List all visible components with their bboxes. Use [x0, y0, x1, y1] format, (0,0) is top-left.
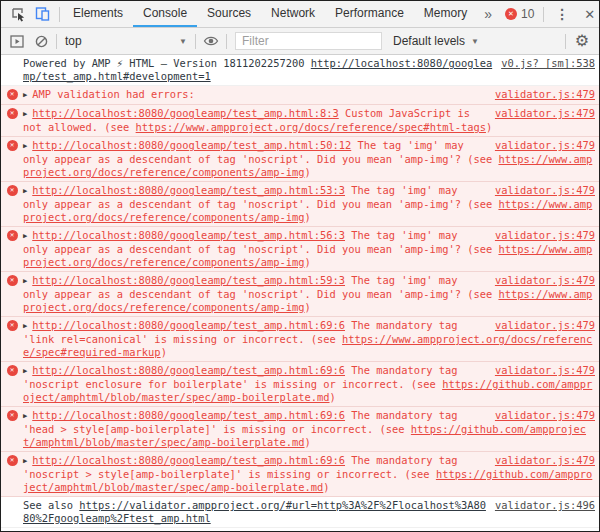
- source-location-link[interactable]: validator.js:479: [495, 319, 595, 332]
- source-location-link[interactable]: validator.js:479: [495, 454, 595, 467]
- error-level-icon: ✕: [1, 139, 23, 179]
- message-text: ): [161, 346, 167, 358]
- message-text: AMP validation had errors:: [32, 88, 195, 100]
- message-text: ): [305, 256, 311, 268]
- expand-triangle-icon[interactable]: ▶: [23, 142, 27, 150]
- message-link[interactable]: http://localhost:8080/googleamp/test_amp…: [32, 364, 345, 376]
- inspect-element-icon[interactable]: [6, 2, 30, 26]
- divider: [226, 34, 227, 49]
- error-circle-icon: ✕: [7, 108, 18, 119]
- expand-triangle-icon[interactable]: ▶: [23, 457, 27, 465]
- error-level-icon: ✕: [1, 229, 23, 269]
- error-circle-icon: ✕: [7, 140, 18, 151]
- console-message: ✕validator.js:479▶AMP validation had err…: [1, 86, 599, 105]
- console-message: validator.js:496See also https://validat…: [1, 497, 599, 528]
- gear-icon[interactable]: ⚙: [569, 33, 595, 49]
- error-level-icon: ✕: [1, 454, 23, 494]
- expand-triangle-icon[interactable]: ▶: [23, 187, 27, 195]
- message-link[interactable]: http://localhost:8080/googleamp/test_amp…: [32, 454, 345, 466]
- message-body: validator.js:479▶http://localhost:8080/g…: [23, 229, 595, 269]
- source-location-link[interactable]: validator.js:479: [495, 364, 595, 377]
- expand-triangle-icon[interactable]: ▶: [23, 277, 27, 285]
- device-toolbar-icon[interactable]: [30, 2, 54, 26]
- source-location-link[interactable]: validator.js:496: [495, 499, 595, 512]
- log-levels-dropdown[interactable]: Default levels ▼: [393, 34, 479, 48]
- message-body: validator.js:479▶AMP validation had erro…: [23, 88, 595, 102]
- message-link[interactable]: http://localhost:8080/googleamp/test_amp…: [32, 409, 345, 421]
- filter-input[interactable]: [235, 32, 382, 50]
- expand-triangle-icon[interactable]: ▶: [23, 232, 27, 240]
- tab-sources[interactable]: Sources: [197, 1, 261, 27]
- source-location-link[interactable]: validator.js:479: [495, 88, 595, 101]
- console-prompt-row[interactable]: >: [1, 528, 599, 531]
- chevron-down-icon: ▼: [471, 37, 479, 46]
- message-body: validator.js:496See also https://validat…: [23, 499, 595, 525]
- source-location-link[interactable]: validator.js:479: [495, 229, 595, 242]
- panel-tabs: Elements Console Sources Network Perform…: [63, 1, 477, 27]
- message-link[interactable]: http://localhost:8080/googleamp/test_amp…: [32, 229, 345, 241]
- message-text: ): [305, 211, 311, 223]
- console-toolbar: top ▼ Default levels ▼ ⚙: [1, 28, 599, 55]
- message-gutter: [1, 499, 23, 525]
- error-level-icon: ✕: [1, 274, 23, 314]
- expand-triangle-icon[interactable]: ▶: [23, 110, 27, 118]
- console-message: ✕validator.js:479▶http://localhost:8080/…: [1, 407, 599, 452]
- divider: [543, 7, 544, 22]
- message-text: ): [486, 121, 492, 133]
- more-tabs-icon[interactable]: »: [477, 1, 499, 27]
- error-circle-icon: ✕: [7, 89, 18, 100]
- message-link[interactable]: http://localhost:8080/googleamp/test_amp…: [32, 107, 339, 119]
- error-level-icon: ✕: [1, 88, 23, 102]
- expand-triangle-icon[interactable]: ▶: [23, 367, 27, 375]
- clear-console-icon[interactable]: [29, 29, 53, 53]
- divider: [195, 34, 196, 49]
- tab-memory[interactable]: Memory: [414, 1, 477, 27]
- console-sidebar-icon[interactable]: [5, 29, 29, 53]
- message-body: validator.js:479▶http://localhost:8080/g…: [23, 364, 595, 404]
- error-count-button[interactable]: ✕ 10: [499, 7, 540, 21]
- kebab-menu-icon[interactable]: ⋮: [547, 6, 577, 22]
- source-location-link[interactable]: validator.js:479: [495, 274, 595, 287]
- tab-performance[interactable]: Performance: [325, 1, 414, 27]
- divider: [56, 34, 57, 49]
- close-icon[interactable]: ✕: [577, 7, 600, 22]
- error-level-icon: ✕: [1, 409, 23, 449]
- expand-triangle-icon[interactable]: ▶: [23, 91, 27, 99]
- tabbar-icons: [1, 1, 56, 27]
- error-level-icon: ✕: [1, 184, 23, 224]
- message-link[interactable]: http://localhost:8080/googleamp/test_amp…: [32, 184, 345, 196]
- tab-network[interactable]: Network: [261, 1, 325, 27]
- error-circle-icon: ✕: [7, 455, 18, 466]
- execution-context-selector[interactable]: top ▼: [60, 34, 192, 48]
- expand-triangle-icon[interactable]: ▶: [23, 322, 27, 330]
- message-link[interactable]: http://localhost:8080/googleamp/test_amp…: [32, 139, 351, 151]
- message-body: validator.js:479▶http://localhost:8080/g…: [23, 319, 595, 359]
- error-circle-icon: ✕: [7, 230, 18, 241]
- console-message: ✕validator.js:479▶http://localhost:8080/…: [1, 362, 599, 407]
- message-body: v0.js? [sm]:538Powered by AMP ⚡ HTML – V…: [23, 57, 595, 83]
- live-expression-eye-icon[interactable]: [199, 29, 223, 53]
- error-circle-icon: ✕: [7, 365, 18, 376]
- message-text: ): [330, 391, 336, 403]
- console-message: ✕validator.js:479▶http://localhost:8080/…: [1, 105, 599, 137]
- tab-elements[interactable]: Elements: [63, 1, 133, 27]
- error-count-label: 10: [521, 7, 534, 21]
- source-location-link[interactable]: v0.js? [sm]:538: [501, 57, 595, 70]
- message-text: ): [305, 301, 311, 313]
- message-text: ): [305, 436, 311, 448]
- tab-console[interactable]: Console: [133, 1, 197, 27]
- source-location-link[interactable]: validator.js:479: [495, 409, 595, 422]
- source-location-link[interactable]: validator.js:479: [495, 107, 595, 120]
- message-link[interactable]: https://validator.ampproject.org/#url=ht…: [23, 499, 486, 524]
- devtools-window: Elements Console Sources Network Perform…: [0, 0, 600, 532]
- devtools-tabbar: Elements Console Sources Network Perform…: [1, 1, 599, 28]
- message-body: validator.js:479▶http://localhost:8080/g…: [23, 184, 595, 224]
- message-link[interactable]: http://localhost:8080/googleamp/test_amp…: [32, 319, 345, 331]
- message-link[interactable]: https://www.ampproject.org/docs/referenc…: [136, 121, 486, 133]
- divider: [59, 7, 60, 22]
- source-location-link[interactable]: validator.js:479: [495, 139, 595, 152]
- divider: [565, 34, 566, 49]
- expand-triangle-icon[interactable]: ▶: [23, 412, 27, 420]
- source-location-link[interactable]: validator.js:479: [495, 184, 595, 197]
- message-link[interactable]: http://localhost:8080/googleamp/test_amp…: [32, 274, 345, 286]
